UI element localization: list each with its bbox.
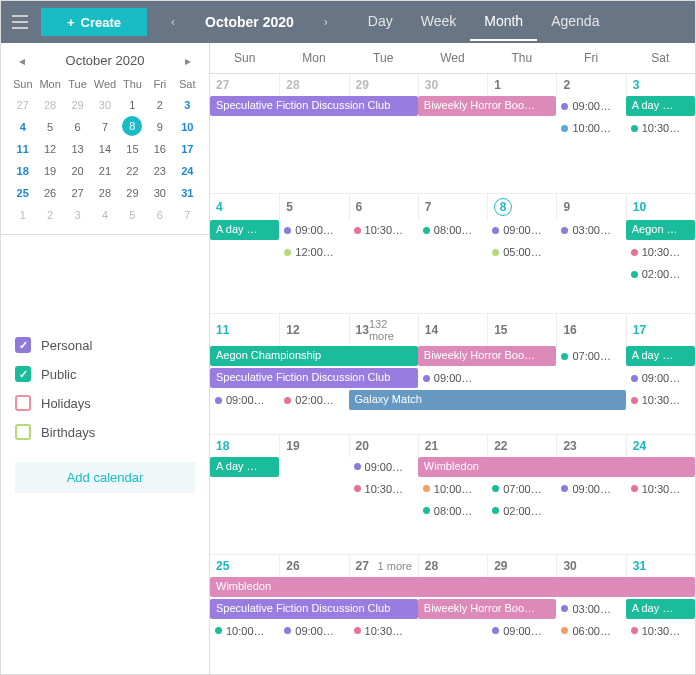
event-bar[interactable]: A day … [210, 220, 279, 240]
event-item[interactable]: 09:00… [556, 96, 625, 116]
event-bar[interactable]: Speculative Fiction Discussion Club [210, 368, 418, 388]
mini-day[interactable]: 1 [119, 94, 146, 116]
checkbox-icon[interactable] [15, 395, 31, 411]
calendar-item[interactable]: Public [15, 366, 195, 382]
date-cell[interactable]: 4 [210, 194, 279, 220]
event-item[interactable]: 12:00… [279, 242, 348, 262]
mini-day[interactable]: 24 [174, 160, 201, 182]
date-cell[interactable]: 18 [210, 435, 279, 457]
date-cell[interactable]: 29 [349, 74, 418, 96]
date-cell[interactable]: 22 [487, 435, 556, 457]
event-bar[interactable]: Biweekly Horror Boo… [418, 96, 557, 116]
mini-day[interactable]: 12 [36, 138, 63, 160]
next-month-button[interactable]: › [314, 10, 338, 34]
date-cell[interactable]: 13132 more [349, 314, 418, 346]
mini-day[interactable]: 23 [146, 160, 173, 182]
event-bar[interactable]: Biweekly Horror Boo… [418, 599, 557, 619]
event-item[interactable]: 05:00… [487, 242, 556, 262]
event-item[interactable]: 09:00… [279, 220, 348, 240]
mini-day[interactable]: 7 [91, 116, 118, 138]
create-button[interactable]: + Create [41, 8, 147, 36]
view-tab-week[interactable]: Week [407, 3, 471, 41]
event-item[interactable]: 03:00… [556, 599, 625, 619]
mini-day[interactable]: 25 [9, 182, 36, 204]
mini-day[interactable]: 14 [91, 138, 118, 160]
checkbox-icon[interactable] [15, 424, 31, 440]
event-item[interactable]: 09:00… [487, 621, 556, 641]
mini-day[interactable]: 8 [122, 116, 142, 136]
date-cell[interactable]: 28 [279, 74, 348, 96]
mini-day[interactable]: 5 [36, 116, 63, 138]
mini-day[interactable]: 7 [174, 204, 201, 226]
event-bar[interactable]: A day … [626, 599, 695, 619]
date-cell[interactable]: 8 [487, 194, 556, 220]
mini-day[interactable]: 27 [9, 94, 36, 116]
date-cell[interactable]: 28 [418, 555, 487, 577]
event-item[interactable]: 10:00… [210, 621, 279, 641]
mini-day[interactable]: 10 [174, 116, 201, 138]
date-cell[interactable]: 2 [556, 74, 625, 96]
mini-day[interactable]: 5 [119, 204, 146, 226]
event-bar[interactable]: Speculative Fiction Discussion Club [210, 96, 418, 116]
date-cell[interactable]: 15 [487, 314, 556, 346]
event-item[interactable]: 07:00… [487, 479, 556, 499]
calendar-item[interactable]: Birthdays [15, 424, 195, 440]
mini-day[interactable]: 19 [36, 160, 63, 182]
date-cell[interactable]: 30 [556, 555, 625, 577]
date-cell[interactable]: 10 [626, 194, 695, 220]
event-item[interactable]: 09:00… [626, 368, 695, 388]
event-item[interactable]: 10:30… [349, 621, 418, 641]
mini-day[interactable]: 3 [64, 204, 91, 226]
event-item[interactable]: 02:00… [487, 501, 556, 521]
view-tab-month[interactable]: Month [470, 3, 537, 41]
event-item[interactable]: 02:00… [279, 390, 348, 410]
mini-next-button[interactable]: ▸ [179, 54, 197, 68]
event-item[interactable]: 10:30… [349, 479, 418, 499]
event-item[interactable]: 10:30… [626, 479, 695, 499]
event-bar[interactable]: Wimbledon [418, 457, 695, 477]
mini-day[interactable]: 16 [146, 138, 173, 160]
mini-prev-button[interactable]: ◂ [13, 54, 31, 68]
event-item[interactable]: 03:00… [556, 220, 625, 240]
date-cell[interactable]: 14 [418, 314, 487, 346]
prev-month-button[interactable]: ‹ [161, 10, 185, 34]
view-tab-agenda[interactable]: Agenda [537, 3, 613, 41]
date-cell[interactable]: 1 [487, 74, 556, 96]
mini-day[interactable]: 11 [9, 138, 36, 160]
event-bar[interactable]: A day … [210, 457, 279, 477]
date-cell[interactable]: 29 [487, 555, 556, 577]
date-cell[interactable]: 3 [626, 74, 695, 96]
event-item[interactable]: 10:00… [556, 118, 625, 138]
mini-day[interactable]: 27 [64, 182, 91, 204]
event-item[interactable]: 10:30… [626, 242, 695, 262]
mini-day[interactable]: 4 [9, 116, 36, 138]
event-bar[interactable]: Aegon Championship [210, 346, 418, 366]
date-cell[interactable]: 31 [626, 555, 695, 577]
mini-day[interactable]: 22 [119, 160, 146, 182]
event-item[interactable]: 09:00… [349, 457, 418, 477]
view-tab-day[interactable]: Day [354, 3, 407, 41]
checkbox-icon[interactable] [15, 366, 31, 382]
event-item[interactable]: 10:30… [626, 118, 695, 138]
event-item[interactable]: 06:00… [556, 621, 625, 641]
date-cell[interactable]: 25 [210, 555, 279, 577]
mini-day[interactable]: 30 [91, 94, 118, 116]
date-cell[interactable]: 26 [279, 555, 348, 577]
mini-day[interactable]: 15 [119, 138, 146, 160]
add-calendar-button[interactable]: Add calendar [15, 462, 195, 493]
mini-day[interactable]: 30 [146, 182, 173, 204]
mini-day[interactable]: 6 [64, 116, 91, 138]
event-bar[interactable]: Speculative Fiction Discussion Club [210, 599, 418, 619]
calendar-item[interactable]: Holidays [15, 395, 195, 411]
date-cell[interactable]: 27 [210, 74, 279, 96]
mini-day[interactable]: 20 [64, 160, 91, 182]
event-bar[interactable]: Galaxy Match [349, 390, 626, 410]
event-bar[interactable]: Wimbledon [210, 577, 695, 597]
date-cell[interactable]: 20 [349, 435, 418, 457]
mini-day[interactable]: 28 [91, 182, 118, 204]
event-bar[interactable]: A day … [626, 96, 695, 116]
event-item[interactable]: 07:00… [556, 346, 625, 366]
mini-day[interactable]: 1 [9, 204, 36, 226]
mini-day[interactable]: 28 [36, 94, 63, 116]
event-item[interactable]: 09:00… [556, 479, 625, 499]
